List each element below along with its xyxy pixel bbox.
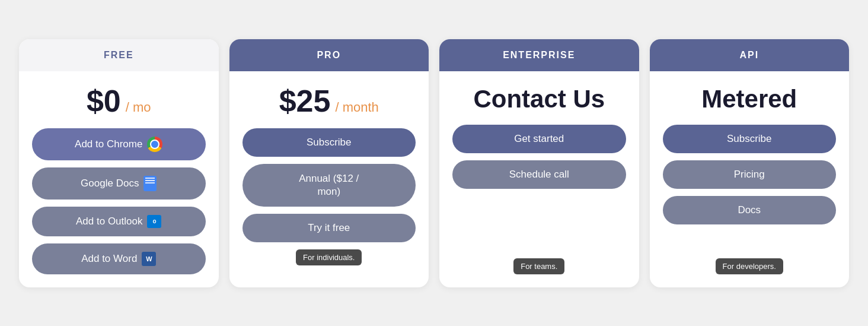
pro-try-free-button[interactable]: Try it free — [242, 214, 416, 242]
free-card: FREE $0 / mo Add to Chrome Google Docs A… — [19, 39, 219, 287]
enterprise-card-header: ENTERPRISE — [439, 39, 639, 71]
api-subscribe-button[interactable]: Subscribe — [663, 125, 837, 153]
api-pricing-label: Pricing — [734, 169, 765, 181]
api-docs-label: Docs — [738, 204, 761, 216]
enterprise-card: ENTERPRISE Contact Us Get started Schedu… — [439, 39, 639, 287]
pro-annual-button[interactable]: Annual ($12 /mon) — [242, 164, 416, 207]
gdocs-button-label: Google Docs — [81, 178, 139, 189]
pro-card-header: PRO — [229, 39, 429, 71]
free-price-row: $0 / mo — [87, 86, 151, 116]
pro-subscribe-button[interactable]: Subscribe — [242, 128, 416, 157]
enterprise-price: Contact Us — [473, 86, 605, 113]
enterprise-schedule-call-button[interactable]: Schedule call — [452, 160, 626, 189]
enterprise-get-started-label: Get started — [514, 133, 564, 145]
api-title: API — [739, 50, 759, 61]
add-to-chrome-button[interactable]: Add to Chrome — [32, 128, 206, 160]
enterprise-schedule-call-label: Schedule call — [509, 169, 569, 181]
outlook-button-label: Add to Outlook — [76, 216, 142, 227]
enterprise-card-body: Contact Us Get started Schedule call For… — [439, 71, 639, 287]
api-subscribe-label: Subscribe — [727, 133, 772, 145]
api-badge: For developers. — [716, 258, 783, 274]
pro-badge: For individuals. — [296, 249, 362, 265]
pro-price-period: / month — [335, 100, 378, 115]
pro-subscribe-label: Subscribe — [307, 137, 352, 148]
chrome-icon — [147, 137, 162, 152]
pro-annual-label: Annual ($12 /mon) — [299, 172, 359, 198]
free-price-amount: $0 — [87, 86, 121, 116]
add-to-word-button[interactable]: Add to Word W — [32, 243, 206, 274]
api-docs-button[interactable]: Docs — [663, 196, 837, 224]
enterprise-badge: For teams. — [513, 258, 564, 274]
pro-card: PRO $25 / month Subscribe Annual ($12 /m… — [229, 39, 429, 287]
free-title: FREE — [104, 50, 134, 61]
pro-title: PRO — [317, 50, 341, 61]
api-card-header: API — [650, 39, 850, 71]
pro-try-free-label: Try it free — [308, 222, 350, 234]
word-icon: W — [142, 252, 156, 266]
pro-price-row: $25 / month — [279, 86, 379, 116]
word-button-label: Add to Word — [81, 253, 137, 265]
pro-card-body: $25 / month Subscribe Annual ($12 /mon) … — [229, 71, 429, 287]
enterprise-get-started-button[interactable]: Get started — [452, 125, 626, 153]
add-to-outlook-button[interactable]: Add to Outlook o — [32, 207, 206, 236]
free-card-header: FREE — [19, 39, 219, 71]
free-card-body: $0 / mo Add to Chrome Google Docs Add to… — [19, 71, 219, 287]
pro-price-amount: $25 — [279, 86, 331, 116]
api-card: API Metered Subscribe Pricing Docs For d… — [650, 39, 850, 287]
outlook-icon: o — [147, 215, 161, 228]
free-price-period: / mo — [126, 100, 151, 115]
api-pricing-button[interactable]: Pricing — [663, 160, 837, 189]
google-docs-button[interactable]: Google Docs — [32, 167, 206, 200]
api-price: Metered — [701, 86, 797, 113]
api-card-body: Metered Subscribe Pricing Docs For devel… — [650, 71, 850, 287]
enterprise-title: ENTERPRISE — [503, 50, 575, 61]
chrome-button-label: Add to Chrome — [75, 138, 142, 150]
gdocs-icon — [143, 176, 157, 191]
pricing-grid: FREE $0 / mo Add to Chrome Google Docs A… — [19, 39, 849, 287]
